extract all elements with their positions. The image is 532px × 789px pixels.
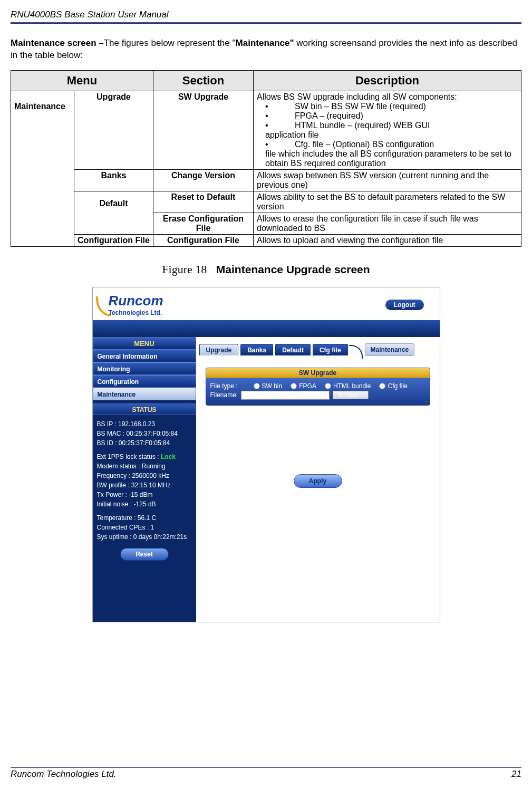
td-sect-erase: Erase Configuration File [153, 213, 254, 234]
td-sect-cfgfile: Configuration File [153, 234, 254, 246]
desc-bullet-4: Cfg. file – (Optional) BS configuration [265, 140, 518, 149]
status-txpower: Tx Power : -15 dBm [97, 490, 192, 499]
td-desc-erase: Allows to erase the configuration file i… [254, 213, 521, 234]
figure-title: Maintenance Upgrade screen [216, 263, 370, 275]
td-desc-reset: Allows ability to set the BS to default … [254, 191, 521, 213]
intro-bold2: Maintenance" [236, 38, 294, 48]
header-divider [11, 22, 521, 24]
td-desc-cfgfile: Allows to upload and viewing the configu… [254, 234, 521, 246]
tab-default[interactable]: Default [275, 344, 311, 355]
logout-button[interactable]: Logout [385, 300, 424, 310]
td-sub-cfgfile: Configuration File [74, 234, 153, 246]
sidebar-item-maintenance[interactable]: Maintenance [93, 388, 196, 400]
radio-swbin[interactable]: SW bin [254, 382, 283, 390]
th-section: Section [153, 70, 254, 91]
status-uptime: Sys uptime : 0 days 0h:22m:21s [97, 532, 192, 542]
tab-curve-icon [349, 345, 363, 359]
status-noise: Initial noise : -125 dB [97, 499, 192, 509]
td-sub-default: Default [74, 191, 153, 234]
maintenance-table: Menu Section Description Maintenance Upg… [11, 70, 521, 247]
sw-upgrade-panel: SW Upgrade File type : SW bin FPGA HTML … [206, 368, 430, 406]
radio-icon [291, 383, 297, 389]
radio-icon [379, 383, 385, 389]
desc-bullet-2: FPGA – (required) [265, 111, 518, 121]
status-bsip: BS IP : 192.168.0.23 [97, 419, 192, 429]
status-bsid: BS ID : 00:25:37:F0:05:84 [97, 438, 192, 448]
td-desc-swupgrade: Allows BS SW upgrade including all SW co… [254, 91, 521, 169]
reset-button[interactable]: Reset [120, 548, 169, 561]
td-menu-main: Maintenance [11, 91, 74, 246]
doc-header-title: RNU4000BS Base Station User Manual [11, 9, 521, 22]
page-footer: Runcom Technologies Ltd. 21 [11, 767, 521, 780]
sidebar-item-configuration[interactable]: Configuration [93, 375, 196, 388]
desc-bullet-1: SW bin – BS SW FW file (required) [265, 102, 518, 111]
logo-text-main: Runcom [109, 293, 163, 309]
logo-text-sub: Technologies Ltd. [109, 309, 163, 316]
desc-line1: Allows BS SW upgrade including all SW co… [257, 92, 518, 102]
intro-mid1: The figures below represent the " [104, 38, 236, 48]
file-type-label: File type : [210, 382, 238, 390]
panel-header: SW Upgrade [206, 368, 430, 378]
status-bsmac: BS MAC : 00:25:37:F0:05:84 [97, 429, 192, 438]
sidebar: MENU General Information Monitoring Conf… [93, 337, 196, 622]
footer-page-number: 21 [511, 769, 521, 780]
footer-divider [11, 767, 521, 768]
embedded-screenshot: Runcom Technologies Ltd. Logout MENU Gen… [92, 287, 440, 622]
desc-bullet-4-tail: file which includes the all BS configura… [257, 149, 518, 168]
radio-icon [254, 383, 260, 389]
intro-paragraph: Maintenance screen –The figures below re… [11, 37, 521, 62]
tab-upgrade[interactable]: Upgrade [199, 344, 239, 355]
figure-caption: Figure 18 Maintenance Upgrade screen [11, 263, 521, 276]
apply-button[interactable]: Apply [294, 474, 342, 488]
sidebar-status-header: STATUS [93, 403, 196, 415]
main-content: Upgrade Banks Default Cfg file Maintenan… [196, 337, 440, 622]
footer-left: Runcom Technologies Ltd. [11, 769, 117, 780]
tab-banks[interactable]: Banks [240, 344, 273, 355]
status-temp: Temperature : 56.1 C [97, 513, 192, 523]
desc-bullet-3: HTML bundle – (required) WEB GUI [265, 121, 518, 130]
figure-number: Figure 18 [162, 263, 207, 276]
radio-icon [325, 383, 331, 389]
desc-bullet-3-tail: application file [257, 130, 518, 140]
sidebar-menu-header: MENU [93, 337, 196, 350]
sidebar-item-monitoring[interactable]: Monitoring [93, 362, 196, 375]
status-bw: BW profile : 32:15 10 MHz [97, 480, 192, 490]
status-cpes: Connected CPEs : 1 [97, 523, 192, 532]
logo: Runcom Technologies Ltd. [96, 293, 163, 316]
status-freq: Frequency : 2560000 kHz [97, 471, 192, 480]
radio-fpga[interactable]: FPGA [291, 382, 316, 390]
status-lock: Ext 1PPS lock status : Lock [97, 452, 192, 461]
td-sect-reset: Reset to Default [153, 191, 254, 213]
breadcrumb-maintenance: Maintenance [365, 343, 415, 356]
status-modem: Modem status : Running [97, 461, 192, 471]
th-desc: Description [254, 70, 521, 91]
td-sect-change: Change Version [153, 169, 254, 191]
td-sub-upgrade: Upgrade [74, 91, 153, 169]
th-menu: Menu [11, 70, 153, 91]
filename-label: Filename: [210, 391, 238, 399]
radio-cfg[interactable]: Cfg file [379, 382, 407, 390]
filename-input[interactable] [241, 391, 330, 400]
tab-bar: Upgrade Banks Default Cfg file Maintenan… [196, 337, 440, 358]
radio-html[interactable]: HTML bundle [325, 382, 371, 390]
sidebar-item-general[interactable]: General Information [93, 350, 196, 362]
td-sect-swupgrade: SW Upgrade [153, 91, 254, 169]
td-desc-change: Allows swap between BS SW version (curre… [254, 169, 521, 191]
browse-button[interactable]: Browse... [333, 391, 369, 399]
top-blue-bar [93, 320, 440, 337]
sidebar-status-body: BS IP : 192.168.0.23 BS MAC : 00:25:37:F… [93, 415, 196, 544]
td-sub-banks: Banks [74, 169, 153, 191]
intro-lead: Maintenance screen – [11, 38, 104, 48]
tab-cfgfile[interactable]: Cfg file [313, 344, 348, 355]
